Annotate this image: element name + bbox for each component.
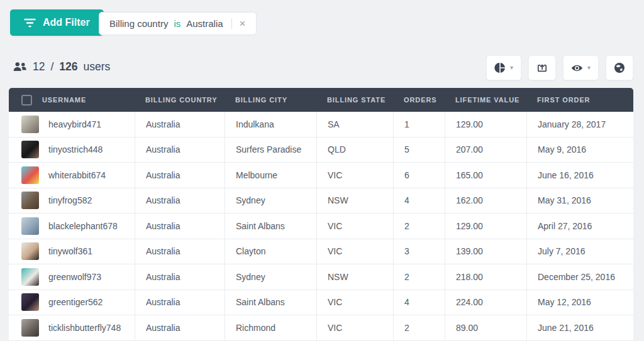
orders-cell: 4 [393,290,445,316]
table-row[interactable]: tinyfrog582 Australia Sydney NSW 4 162.0… [9,188,633,214]
billing-country-cell: Australia [135,239,225,265]
lifetime-value-cell: 89.00 [445,315,526,341]
billing-state-cell: VIC [316,163,393,188]
chart-reports-button[interactable]: ▾ [486,55,521,80]
table-toolbar: ▾ ▾ [486,55,633,80]
users-label: users [84,60,111,73]
filter-field: Billing country [109,18,168,29]
chevron-down-icon: ▾ [510,65,513,71]
column-header-lifetime-value[interactable]: LIFETIME VALUE [445,88,526,112]
lifetime-value-cell: 207.00 [445,138,526,163]
lifetime-value-cell: 129.00 [445,112,526,138]
billing-state-cell: VIC [316,239,393,265]
column-header-billing-country[interactable]: BILLING COUNTRY [135,88,225,112]
export-icon [536,62,548,73]
column-header-username[interactable]: USERNAME [9,88,135,112]
total-count: 126 [59,60,77,73]
first-order-cell: June 21, 2016 [526,315,633,341]
first-order-cell: June 16, 2016 [526,163,633,188]
orders-cell: 2 [393,315,445,341]
billing-city-cell: Richmond [225,315,316,341]
eye-icon [571,64,583,72]
billing-city-cell: Surfers Paradise [225,138,316,163]
lifetime-value-cell: 218.00 [445,264,526,290]
billing-state-cell: VIC [316,315,393,341]
table-row[interactable]: tinywolf361 Australia Clayton VIC 3 139.… [9,239,633,265]
filter-value: Australia [186,18,223,29]
billing-country-cell: Australia [135,214,225,239]
billing-country-cell: Australia [135,264,225,290]
billing-state-cell: VIC [316,290,393,316]
chevron-down-icon: ▾ [587,65,591,71]
add-filter-button[interactable]: Add Filter [10,9,104,36]
geolocation-button[interactable] [606,55,633,80]
avatar [21,268,39,286]
billing-state-cell: QLD [316,138,393,163]
avatar [21,319,39,337]
first-order-cell: May 9, 2016 [526,138,633,163]
billing-country-cell: Australia [135,138,225,163]
globe-icon [614,62,625,73]
table-row[interactable]: heavybird471 Australia Indulkana SA 1 12… [9,112,633,138]
table-body: heavybird471 Australia Indulkana SA 1 12… [9,112,633,341]
username-cell: ticklishbutterfly748 [48,323,121,333]
billing-country-cell: Australia [135,163,225,188]
column-header-billing-state[interactable]: BILLING STATE [316,88,393,112]
first-order-cell: July 7, 2016 [526,239,633,265]
billing-state-cell: SA [316,112,393,138]
column-header-billing-city[interactable]: BILLING CITY [225,88,316,112]
filter-chip[interactable]: Billing country is Australia × [99,12,257,35]
lifetime-value-cell: 224.00 [445,290,526,316]
select-all-checkbox[interactable] [21,95,32,106]
lifetime-value-cell: 162.00 [445,188,526,214]
table-row[interactable]: blackelephant678 Australia Saint Albans … [9,214,633,239]
export-button[interactable] [528,55,556,80]
table-row[interactable]: whiterabbit674 Australia Melbourne VIC 6… [9,163,633,188]
billing-country-cell: Australia [135,290,225,316]
users-group-icon [13,62,27,72]
orders-cell: 3 [393,239,445,265]
username-cell: tinyfrog582 [48,195,92,205]
lifetime-value-cell: 165.00 [445,163,526,188]
username-cell: tinywolf361 [48,246,92,256]
table-row[interactable]: ticklishbutterfly748 Australia Richmond … [9,315,633,341]
billing-country-cell: Australia [135,188,225,214]
first-order-cell: December 25, 2016 [526,264,633,290]
billing-city-cell: Sydney [225,188,316,214]
avatar [21,141,39,158]
table-row[interactable]: tinyostrich448 Australia Surfers Paradis… [9,138,633,163]
username-cell: heavybird471 [48,119,101,129]
users-count-summary: 12 / 126 users [13,60,110,73]
column-header-label: USERNAME [42,96,86,104]
billing-city-cell: Saint Albans [225,214,316,239]
lifetime-value-cell: 129.00 [445,214,526,239]
filter-operator: is [174,18,180,29]
count-separator: / [50,60,53,73]
table-row[interactable]: greentiger562 Australia Saint Albans VIC… [9,290,633,316]
avatar [21,116,39,133]
billing-state-cell: NSW [316,188,393,214]
orders-cell: 1 [393,112,445,138]
shown-count: 12 [33,60,45,73]
username-cell: greenwolf973 [48,272,101,282]
column-visibility-button[interactable]: ▾ [563,55,599,80]
column-header-first-order[interactable]: FIRST ORDER [526,88,633,112]
avatar [21,192,39,209]
billing-state-cell: NSW [316,264,393,290]
username-cell: blackelephant678 [48,221,118,231]
first-order-cell: January 28, 2017 [526,112,633,138]
add-filter-label: Add Filter [43,17,90,28]
remove-filter-button[interactable]: × [238,17,248,30]
avatar [21,242,39,260]
column-header-orders[interactable]: ORDERS [393,88,445,112]
avatar [21,217,39,235]
billing-city-cell: Saint Albans [225,290,316,316]
billing-city-cell: Melbourne [225,163,316,188]
billing-country-cell: Australia [135,315,225,341]
lifetime-value-cell: 139.00 [445,239,526,265]
users-table: USERNAME BILLING COUNTRY BILLING CITY BI… [9,88,633,341]
avatar [21,293,39,311]
orders-cell: 4 [393,188,445,214]
orders-cell: 2 [393,214,445,239]
table-row[interactable]: greenwolf973 Australia Sydney NSW 2 218.… [9,264,633,290]
